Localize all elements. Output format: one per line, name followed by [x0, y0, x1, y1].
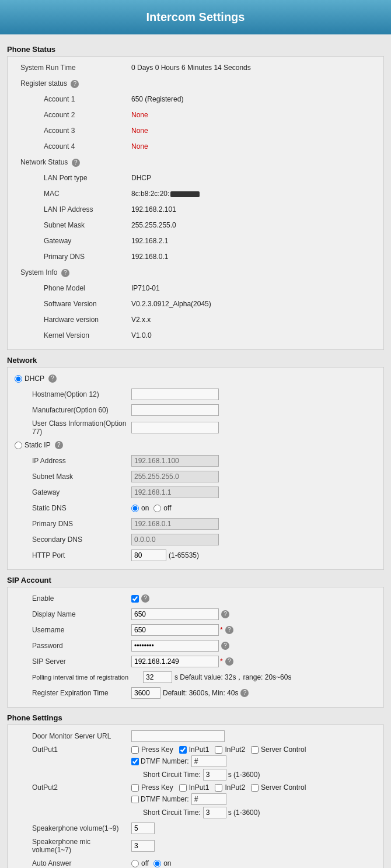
ip-address-input[interactable]	[131, 455, 219, 467]
output1-short-circuit-input[interactable]	[203, 769, 226, 780]
expiration-input[interactable]	[131, 687, 160, 699]
door-monitor-input[interactable]	[131, 730, 225, 742]
page-title: Intercom Settings	[0, 0, 391, 34]
static-dns-on-radio[interactable]	[131, 505, 139, 512]
net-subnet-input[interactable]	[131, 471, 219, 482]
mac-value: 8c:b8:2c:20:	[131, 190, 200, 198]
output2-press-key[interactable]	[131, 784, 139, 792]
secondary-dns-input[interactable]	[131, 534, 219, 545]
gateway-label: Gateway	[15, 237, 131, 245]
username-input[interactable]	[131, 624, 219, 636]
phone-status-section: Phone Status System Run Time 0 Days 0 Ho…	[7, 45, 384, 350]
static-ip-help-icon[interactable]: ?	[55, 441, 63, 449]
register-status-help-icon[interactable]: ?	[71, 80, 79, 88]
sip-enable-help-icon[interactable]: ?	[141, 594, 149, 603]
manufacturer-input[interactable]	[131, 404, 219, 416]
speakerphone-mic-label: Speakerphone mic volume(1~7)	[15, 838, 131, 854]
secondary-dns-label: Secondary DNS	[15, 536, 131, 544]
sip-server-required: *	[220, 657, 223, 666]
user-class-label: User Class Information(Option 77)	[15, 419, 131, 436]
static-ip-radio[interactable]	[15, 442, 22, 449]
password-input[interactable]	[131, 640, 219, 652]
username-label: Username	[15, 626, 131, 634]
network-status-label: Network Status ?	[15, 158, 131, 167]
sip-enable-label: Enable	[15, 594, 131, 603]
output1-input2[interactable]	[215, 746, 222, 754]
output2-server-control[interactable]	[251, 784, 259, 792]
auto-answer-off-radio[interactable]	[131, 860, 139, 867]
sip-server-help-icon[interactable]: ?	[225, 657, 233, 666]
register-status-label: Register status ?	[15, 79, 131, 88]
static-dns-off-radio[interactable]	[153, 505, 161, 512]
sip-server-label: SIP Server	[15, 657, 131, 666]
phone-settings-header: Phone Settings	[7, 713, 384, 722]
lan-ip-label: LAN IP Address	[15, 205, 131, 214]
password-help-icon[interactable]: ?	[221, 642, 229, 650]
lan-port-type-label: LAN Port type	[15, 174, 131, 182]
sip-enable-checkbox[interactable]	[131, 595, 139, 603]
phone-model-value: IP710-01	[131, 284, 160, 292]
system-run-time-label: System Run Time	[15, 64, 131, 72]
output2-dtmf-label: DTMF Number:	[141, 795, 189, 803]
account2-label: Account 2	[15, 111, 131, 119]
output1-press-key-label: Press Key	[141, 746, 173, 754]
auto-answer-on-label[interactable]: on	[153, 859, 171, 867]
auto-answer-off-label[interactable]: off	[131, 859, 149, 867]
output2-dtmf-input[interactable]	[191, 793, 226, 805]
output1-input1[interactable]	[179, 746, 187, 754]
output2-short-circuit-input[interactable]	[203, 807, 226, 818]
output2-input2-label: InPut2	[225, 783, 245, 792]
mac-blur	[170, 191, 200, 197]
auto-answer-off-text: off	[141, 859, 149, 867]
polling-input[interactable]	[143, 671, 172, 683]
network-section: Network DHCP ? Hostname(Option 12) Manuf…	[7, 356, 384, 570]
output2-input2[interactable]	[215, 784, 222, 792]
sip-server-input[interactable]	[131, 656, 219, 667]
output1-dtmf-input[interactable]	[191, 755, 226, 767]
account1-value: 650 (Registered)	[131, 95, 183, 103]
auto-answer-on-text: on	[163, 859, 171, 867]
system-info-help-icon[interactable]: ?	[61, 269, 69, 277]
display-name-input[interactable]	[131, 608, 219, 620]
speakerphone-mic-input[interactable]	[131, 840, 155, 852]
dhcp-radio[interactable]	[15, 375, 22, 383]
network-status-help-icon[interactable]: ?	[72, 159, 80, 167]
ip-address-label: IP Address	[15, 457, 131, 465]
output2-dtmf-checkbox[interactable]	[131, 796, 139, 803]
network-header: Network	[7, 356, 384, 365]
output1-press-key[interactable]	[131, 746, 139, 754]
http-port-input[interactable]	[131, 550, 166, 561]
output2-input1-label: InPut1	[189, 783, 210, 792]
static-dns-on-text: on	[141, 504, 149, 512]
static-dns-on-label[interactable]: on	[131, 504, 149, 512]
static-dns-off-text: off	[163, 504, 171, 512]
expiration-help-icon[interactable]: ?	[240, 689, 249, 697]
username-help-icon[interactable]: ?	[225, 626, 233, 634]
output1-server-control-label: Server Control	[261, 746, 306, 754]
output1-options: Press Key InPut1 InPut2 Server Control	[131, 746, 306, 754]
dhcp-radio-label[interactable]: DHCP ?	[15, 374, 57, 383]
output1-dtmf-checkbox[interactable]	[131, 758, 139, 765]
speakerphone-vol-input[interactable]	[131, 822, 155, 834]
output1-server-control[interactable]	[251, 746, 259, 754]
software-version-value: V0.2.3.0912_Alpha(2045)	[131, 300, 211, 308]
static-dns-off-label[interactable]: off	[153, 504, 171, 512]
user-class-input[interactable]	[131, 422, 219, 433]
kernel-version-value: V1.0.0	[131, 331, 152, 340]
hostname-input[interactable]	[131, 388, 219, 400]
auto-answer-on-radio[interactable]	[153, 860, 161, 867]
dhcp-label: DHCP	[25, 374, 44, 383]
static-dns-label: Static DNS	[15, 504, 131, 512]
output2-server-control-label: Server Control	[261, 783, 306, 792]
static-ip-radio-label[interactable]: Static IP ?	[15, 441, 63, 449]
dhcp-help-icon[interactable]: ?	[48, 374, 57, 383]
output2-press-key-label: Press Key	[141, 783, 173, 792]
net-gateway-input[interactable]	[131, 487, 219, 498]
polling-hint: s Default value: 32s，range: 20s~60s	[174, 673, 291, 682]
account3-value: None	[131, 127, 148, 135]
display-name-help-icon[interactable]: ?	[221, 610, 229, 618]
net-primary-dns-input[interactable]	[131, 518, 219, 530]
output2-input1[interactable]	[179, 784, 187, 792]
lan-port-type-value: DHCP	[131, 174, 151, 182]
account3-label: Account 3	[15, 127, 131, 135]
